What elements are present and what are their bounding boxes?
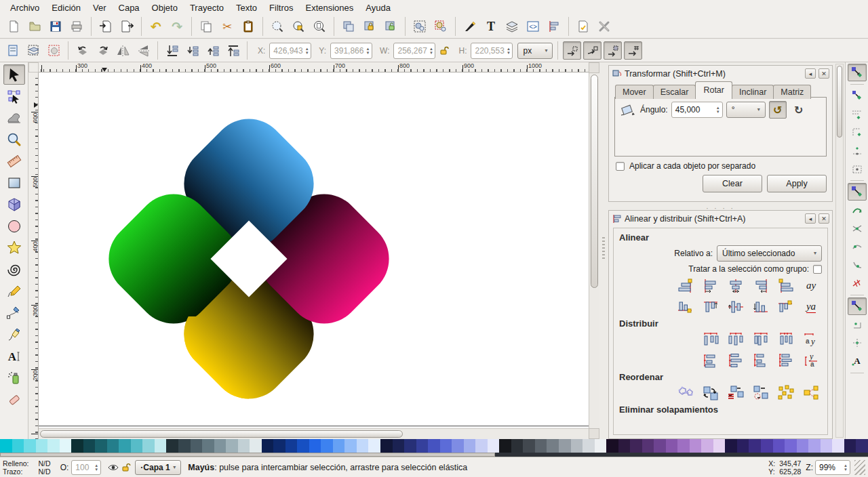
palette-swatch[interactable] xyxy=(773,439,785,453)
zoom-tool[interactable] xyxy=(3,129,25,150)
zoom-drawing-button[interactable] xyxy=(289,17,308,36)
snap-object-center-toggle[interactable] xyxy=(848,316,867,333)
palette-swatch[interactable] xyxy=(36,439,48,453)
snap-smooth-node-toggle[interactable] xyxy=(848,256,867,274)
apply-button[interactable]: Apply xyxy=(767,175,827,192)
palette-swatch[interactable] xyxy=(95,439,107,453)
align-center-vertical-axis-button[interactable] xyxy=(725,276,747,295)
palette-swatch[interactable] xyxy=(321,439,333,453)
palette-swatch[interactable] xyxy=(571,439,583,453)
palette-swatch[interactable] xyxy=(191,439,203,453)
palette-swatch[interactable] xyxy=(416,439,429,453)
palette-swatch[interactable] xyxy=(452,439,464,453)
tab-matriz[interactable]: Matriz xyxy=(773,85,811,99)
palette-swatch[interactable] xyxy=(488,439,500,453)
snap-text-baseline-toggle[interactable]: A xyxy=(848,352,867,370)
palette-swatch[interactable] xyxy=(393,439,405,453)
distribute-text-vertical-button[interactable]: ya xyxy=(800,351,822,369)
scroll-corner-button[interactable] xyxy=(589,428,599,439)
menu-objeto[interactable]: Objeto xyxy=(146,1,184,14)
h-field[interactable]: 220,553▲▼ xyxy=(471,43,513,59)
palette-swatch[interactable] xyxy=(142,439,155,453)
lower-to-bottom-button[interactable] xyxy=(163,41,181,60)
y-field[interactable]: 391,866▲▼ xyxy=(330,43,372,59)
star-tool[interactable] xyxy=(3,238,25,258)
dock-resize-handle[interactable] xyxy=(599,62,608,439)
layer-visibility-icon[interactable] xyxy=(108,463,119,472)
align-center-horizontal-axis-button[interactable] xyxy=(725,297,747,316)
snap-bbox-center-toggle[interactable] xyxy=(848,160,867,178)
palette-swatch[interactable] xyxy=(60,439,72,453)
save-document-button[interactable] xyxy=(46,17,65,36)
menu-trayecto[interactable]: Trayecto xyxy=(184,1,230,14)
bezier-tool[interactable] xyxy=(3,303,25,323)
paste-button[interactable] xyxy=(239,17,258,36)
palette-swatch[interactable] xyxy=(595,439,607,453)
transform-corners-toggle[interactable] xyxy=(583,41,601,60)
palette-swatch[interactable] xyxy=(618,439,631,453)
palette-swatch[interactable] xyxy=(821,439,833,453)
palette-swatch[interactable] xyxy=(535,439,547,453)
palette-swatch[interactable] xyxy=(404,439,416,453)
eraser-tool[interactable] xyxy=(3,390,25,410)
snap-path-toggle[interactable] xyxy=(848,201,867,219)
palette-swatch[interactable] xyxy=(832,439,844,453)
menu-archivo[interactable]: Archivo xyxy=(4,1,45,14)
selector-tool[interactable] xyxy=(3,64,25,85)
preferences-button[interactable] xyxy=(595,17,614,36)
tab-inclinar[interactable]: Inclinar xyxy=(732,85,774,99)
dialog-shade-button[interactable]: ◂ xyxy=(805,213,816,224)
canvas-vertical-scrollbar[interactable] xyxy=(589,72,599,428)
palette-swatch[interactable] xyxy=(47,439,60,453)
align-text-anchor-vertical-button[interactable]: ya xyxy=(800,297,822,316)
create-clone-button[interactable] xyxy=(360,17,379,36)
palette-swatch[interactable] xyxy=(428,439,440,453)
exchange-zorder-button[interactable] xyxy=(700,383,722,402)
palette-swatch[interactable] xyxy=(856,439,868,453)
palette-swatch[interactable] xyxy=(309,439,321,453)
menu-filtros[interactable]: Filtros xyxy=(263,1,299,14)
ungroup-button[interactable] xyxy=(431,17,450,36)
window-resize-grip[interactable] xyxy=(854,460,865,475)
select-all-button[interactable] xyxy=(4,41,22,60)
menu-extensiones[interactable]: Extensiones xyxy=(299,1,359,14)
transform-gradient-toggle[interactable] xyxy=(604,41,622,60)
flip-vertical-button[interactable] xyxy=(134,41,153,60)
palette-swatch[interactable] xyxy=(214,439,226,453)
export-button[interactable] xyxy=(117,17,136,36)
lower-one-step-button[interactable] xyxy=(183,41,201,60)
menu-texto[interactable]: Texto xyxy=(230,1,263,14)
palette-swatch[interactable] xyxy=(523,439,535,453)
snap-line-midpoint-toggle[interactable] xyxy=(848,274,867,292)
fill-stroke-dialog-button[interactable] xyxy=(460,17,479,36)
palette-swatch[interactable] xyxy=(475,439,488,453)
palette-swatch[interactable] xyxy=(677,439,690,453)
text-tool[interactable]: A xyxy=(3,346,25,367)
exchange-stack-button[interactable] xyxy=(725,383,747,402)
distribute-bottom-edges-button[interactable] xyxy=(750,351,772,369)
palette-swatch[interactable] xyxy=(583,439,595,453)
layers-dialog-button[interactable] xyxy=(502,17,521,36)
snap-rotation-center-toggle[interactable] xyxy=(848,334,867,352)
palette-swatch[interactable] xyxy=(119,439,131,453)
layer-combo[interactable]: ·Capa 1▾ xyxy=(135,460,181,475)
palette-swatch[interactable] xyxy=(155,439,167,453)
palette-swatch[interactable] xyxy=(12,439,24,453)
palette-swatch[interactable] xyxy=(24,439,36,453)
align-left-edges-button[interactable] xyxy=(700,276,722,295)
distribute-top-edges-button[interactable] xyxy=(700,351,722,369)
palette-swatch[interactable] xyxy=(131,439,143,453)
distribute-centers-horizontal-button[interactable] xyxy=(725,330,747,348)
raise-one-step-button[interactable] xyxy=(203,41,222,60)
palette-swatch[interactable] xyxy=(238,439,250,453)
snap-enable-toggle[interactable] xyxy=(848,64,867,81)
align-bottom-edges-button[interactable] xyxy=(750,297,772,316)
palette-swatch[interactable] xyxy=(630,439,642,453)
select-all-layers-button[interactable] xyxy=(24,41,43,60)
distribute-equal-gaps-horizontal-button[interactable] xyxy=(775,330,797,348)
distribute-text-horizontal-button[interactable]: ay xyxy=(800,330,822,348)
palette-swatch[interactable] xyxy=(202,439,214,453)
palette-swatch[interactable] xyxy=(785,439,797,453)
palette-swatch[interactable] xyxy=(107,439,119,453)
graph-layout-button[interactable] xyxy=(675,383,696,402)
